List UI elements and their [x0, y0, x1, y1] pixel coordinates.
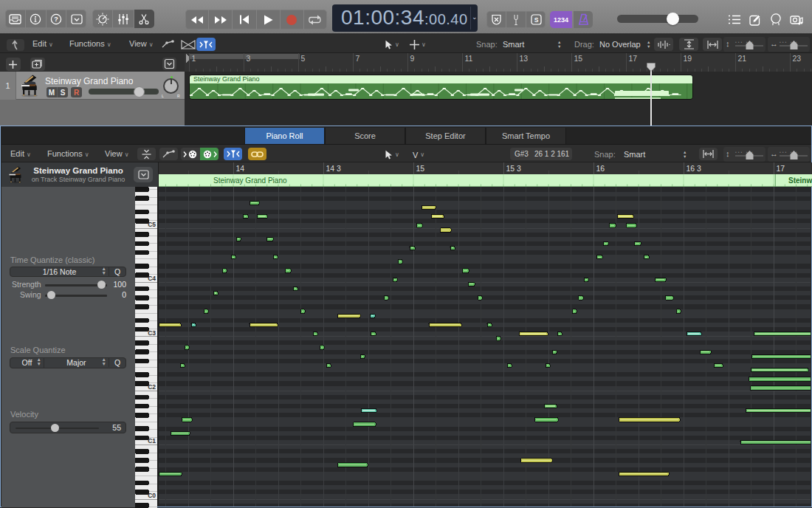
- svg-text:C1: C1: [148, 437, 156, 444]
- svg-text:C4: C4: [148, 275, 156, 282]
- svg-text:1: 1: [192, 54, 196, 63]
- svg-text:15 3: 15 3: [506, 164, 522, 173]
- svg-text:19: 19: [684, 54, 692, 63]
- svg-text:9: 9: [410, 54, 415, 63]
- svg-text:7: 7: [356, 54, 360, 63]
- svg-text:5: 5: [301, 54, 306, 63]
- svg-text:15: 15: [416, 164, 425, 173]
- svg-text:17: 17: [629, 54, 638, 63]
- svg-text:14 3: 14 3: [326, 164, 342, 173]
- svg-text:Steinway Grand Piano: Steinway Grand Piano: [213, 176, 287, 185]
- svg-text:14: 14: [236, 164, 245, 173]
- svg-text:3: 3: [247, 54, 251, 63]
- svg-text:16 3: 16 3: [687, 164, 702, 173]
- svg-text:?: ?: [54, 16, 58, 23]
- svg-text:11: 11: [465, 54, 473, 63]
- svg-text:Steinw: Steinw: [788, 176, 812, 185]
- svg-text:C5: C5: [148, 221, 156, 228]
- svg-text:C3: C3: [148, 329, 156, 337]
- svg-text:17: 17: [777, 164, 785, 173]
- svg-text:13: 13: [520, 54, 529, 63]
- svg-text:15: 15: [574, 54, 583, 63]
- svg-text:C2: C2: [148, 383, 156, 391]
- svg-text:21: 21: [738, 54, 747, 63]
- svg-text:23: 23: [793, 54, 802, 63]
- svg-text:S: S: [534, 16, 538, 24]
- svg-text:16: 16: [596, 164, 605, 173]
- svg-text:C0: C0: [148, 492, 156, 499]
